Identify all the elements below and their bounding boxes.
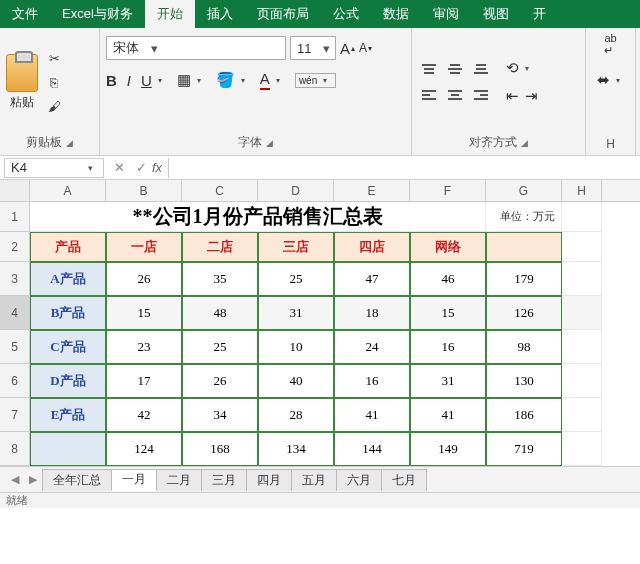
sheet-nav-next[interactable]: ▶	[24, 473, 42, 486]
data-cell[interactable]: 18	[334, 296, 410, 330]
data-cell[interactable]: 41	[334, 398, 410, 432]
data-cell[interactable]: 28	[258, 398, 334, 432]
data-cell[interactable]: 26	[182, 364, 258, 398]
wrap-text-button[interactable]: ab↵	[604, 32, 616, 57]
row-header[interactable]: 1	[0, 202, 30, 232]
data-cell[interactable]: 40	[258, 364, 334, 398]
data-cell[interactable]: 42	[106, 398, 182, 432]
align-right-button[interactable]	[470, 84, 492, 106]
format-painter-button[interactable]: 🖌	[44, 97, 64, 115]
row-header[interactable]: 4	[0, 296, 30, 330]
phonetic-button[interactable]: wén▾	[295, 73, 336, 88]
fx-label[interactable]: fx	[152, 160, 162, 175]
sheet-tab[interactable]: 全年汇总	[42, 469, 112, 491]
row-header[interactable]: 3	[0, 262, 30, 296]
bold-button[interactable]: B	[106, 72, 117, 89]
column-header[interactable]: B	[106, 180, 182, 201]
ribbon-tab[interactable]: 审阅	[421, 0, 471, 28]
column-header[interactable]: G	[486, 180, 562, 201]
data-cell[interactable]: 26	[106, 262, 182, 296]
cell[interactable]	[562, 398, 602, 432]
data-cell[interactable]: 25	[258, 262, 334, 296]
sheet-nav-prev[interactable]: ◀	[6, 473, 24, 486]
sheet-tab[interactable]: 七月	[381, 469, 427, 491]
font-size-combo[interactable]: 11▾	[290, 36, 336, 60]
border-button[interactable]: ▦▾	[177, 71, 206, 89]
ribbon-tab[interactable]: 公式	[321, 0, 371, 28]
data-cell[interactable]: 31	[410, 364, 486, 398]
column-header[interactable]: F	[410, 180, 486, 201]
cell[interactable]	[562, 432, 602, 466]
data-cell[interactable]: 134	[258, 432, 334, 466]
ribbon-tab[interactable]: 插入	[195, 0, 245, 28]
chevron-down-icon[interactable]: ▾	[83, 163, 97, 173]
header-cell[interactable]: 一店	[106, 232, 182, 262]
paste-button[interactable]: 粘贴	[6, 54, 38, 111]
product-cell[interactable]: D产品	[30, 364, 106, 398]
column-header[interactable]: E	[334, 180, 410, 201]
row-header[interactable]: 7	[0, 398, 30, 432]
cell[interactable]	[562, 232, 602, 262]
product-cell[interactable]: A产品	[30, 262, 106, 296]
align-dialog-icon[interactable]: ◢	[521, 138, 528, 148]
column-header[interactable]: C	[182, 180, 258, 201]
product-cell[interactable]: B产品	[30, 296, 106, 330]
data-cell[interactable]: 25	[182, 330, 258, 364]
align-top-button[interactable]	[418, 58, 440, 80]
data-cell[interactable]: 168	[182, 432, 258, 466]
ribbon-tab[interactable]: 数据	[371, 0, 421, 28]
title-cell[interactable]: **公司1月份产品销售汇总表	[30, 202, 486, 232]
header-cell[interactable]	[486, 232, 562, 262]
orientation-button[interactable]: ⟲▾	[506, 59, 538, 77]
product-cell[interactable]	[30, 432, 106, 466]
enter-formula-button[interactable]: ✓	[130, 160, 152, 175]
font-dialog-icon[interactable]: ◢	[266, 138, 273, 148]
data-cell[interactable]: 126	[486, 296, 562, 330]
data-cell[interactable]: 23	[106, 330, 182, 364]
data-cell[interactable]: 17	[106, 364, 182, 398]
align-left-button[interactable]	[418, 84, 440, 106]
sheet-tab[interactable]: 五月	[291, 469, 337, 491]
ribbon-tab[interactable]: 页面布局	[245, 0, 321, 28]
data-cell[interactable]: 41	[410, 398, 486, 432]
font-color-button[interactable]: A▾	[260, 70, 285, 90]
header-cell[interactable]: 四店	[334, 232, 410, 262]
copy-button[interactable]: ⎘	[44, 73, 64, 91]
column-header[interactable]: A	[30, 180, 106, 201]
unit-cell[interactable]: 单位：万元	[486, 202, 562, 232]
cell[interactable]	[562, 296, 602, 330]
data-cell[interactable]: 179	[486, 262, 562, 296]
product-cell[interactable]: E产品	[30, 398, 106, 432]
data-cell[interactable]: 16	[334, 364, 410, 398]
align-bottom-button[interactable]	[470, 58, 492, 80]
data-cell[interactable]: 15	[410, 296, 486, 330]
cell[interactable]	[562, 202, 602, 232]
data-cell[interactable]: 31	[258, 296, 334, 330]
row-header[interactable]: 2	[0, 232, 30, 262]
increase-font-button[interactable]: A▴	[340, 40, 355, 57]
data-cell[interactable]: 48	[182, 296, 258, 330]
font-name-combo[interactable]: 宋体▾	[106, 36, 286, 60]
product-cell[interactable]: C产品	[30, 330, 106, 364]
decrease-indent-button[interactable]: ⇤	[506, 87, 519, 105]
select-all-corner[interactable]	[0, 180, 30, 201]
header-cell[interactable]: 产品	[30, 232, 106, 262]
data-cell[interactable]: 24	[334, 330, 410, 364]
column-header[interactable]: D	[258, 180, 334, 201]
data-cell[interactable]: 46	[410, 262, 486, 296]
fill-color-button[interactable]: 🪣▾	[216, 71, 250, 89]
data-cell[interactable]: 98	[486, 330, 562, 364]
underline-button[interactable]: U▾	[141, 72, 167, 89]
cell[interactable]	[562, 330, 602, 364]
increase-indent-button[interactable]: ⇥	[525, 87, 538, 105]
data-cell[interactable]: 186	[486, 398, 562, 432]
data-cell[interactable]: 16	[410, 330, 486, 364]
data-cell[interactable]: 35	[182, 262, 258, 296]
ribbon-tab[interactable]: 开始	[145, 0, 195, 28]
ribbon-tab[interactable]: 文件	[0, 0, 50, 28]
sheet-tab[interactable]: 四月	[246, 469, 292, 491]
row-header[interactable]: 8	[0, 432, 30, 466]
data-cell[interactable]: 15	[106, 296, 182, 330]
align-center-button[interactable]	[444, 84, 466, 106]
row-header[interactable]: 5	[0, 330, 30, 364]
